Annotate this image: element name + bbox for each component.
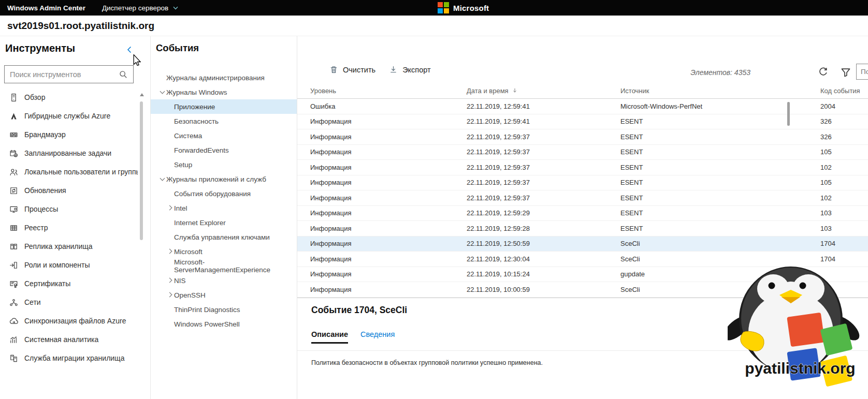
sidebar-scrollbar-thumb[interactable]: [140, 101, 143, 240]
tree-item[interactable]: Журналы приложений и служб: [151, 172, 297, 186]
event-row[interactable]: Информация 22.11.2019, 12:59:37 ESENT 10…: [297, 160, 868, 175]
tree-item-label: Безопасность: [174, 117, 219, 125]
tree-item[interactable]: Служба управления ключами: [151, 230, 297, 244]
certificates-icon: [9, 279, 18, 288]
tree-item[interactable]: Система: [151, 128, 297, 143]
event-source-cell: ESENT: [620, 133, 820, 141]
clear-log-label: Очистить: [343, 66, 375, 74]
search-icon[interactable]: [119, 70, 128, 79]
event-row[interactable]: Информация 22.11.2019, 10:00:59 SceCli: [297, 282, 868, 298]
server-header: svt2019s01.root.pyatilistnik.org: [0, 16, 868, 36]
collapse-sidebar-icon[interactable]: [125, 46, 134, 54]
tree-chevron-icon[interactable]: [167, 248, 174, 255]
event-row[interactable]: Информация 22.11.2019, 12:30:04 SceCli 1…: [297, 252, 868, 267]
sidebar-tool-label: Реестр: [24, 224, 48, 232]
column-header-datetime[interactable]: Дата и время: [467, 87, 620, 95]
tree-chevron-icon[interactable]: [167, 291, 174, 299]
event-datetime-cell: 22.11.2019, 10:00:59: [467, 286, 620, 293]
tree-chevron-icon[interactable]: [167, 204, 174, 212]
tree-chevron-icon: [167, 117, 174, 125]
sidebar-tool-item[interactable]: Служба миграции хранилища: [0, 349, 138, 367]
tree-item[interactable]: Журналы Windows: [151, 85, 297, 99]
event-row[interactable]: Информация 22.11.2019, 12:59:37 ESENT 10…: [297, 145, 868, 160]
tree-item[interactable]: ThinPrint Diagnostics: [151, 302, 297, 317]
tree-item-label: Система: [174, 132, 202, 140]
tree-chevron-icon[interactable]: [159, 175, 166, 183]
tree-item[interactable]: OpenSSH: [151, 288, 297, 302]
tree-item[interactable]: Приложение: [151, 99, 297, 114]
event-source-cell: ESENT: [620, 209, 820, 217]
event-row[interactable]: Ошибка 22.11.2019, 12:59:41 Microsoft-Wi…: [297, 99, 868, 114]
sidebar-tool-item[interactable]: Синхронизация файлов Azure: [0, 312, 138, 330]
sidebar-tool-item[interactable]: [0, 367, 138, 373]
sidebar-tool-item[interactable]: Реестр: [0, 218, 138, 237]
sidebar-tool-item[interactable]: Обзор: [0, 88, 138, 107]
filter-icon[interactable]: [840, 67, 851, 78]
tree-item[interactable]: Internet Explorer: [151, 215, 297, 230]
sidebar-tool-item[interactable]: Системная аналитика: [0, 330, 138, 349]
column-header-level[interactable]: Уровень: [310, 87, 467, 95]
sidebar-tool-item[interactable]: Обновления: [0, 181, 138, 200]
sidebar-tool-item[interactable]: Гибридные службы Azure: [0, 107, 138, 125]
tools-search-input[interactable]: [10, 70, 115, 79]
sidebar-tool-label: Сертификаты: [24, 279, 70, 288]
sidebar-tool-item[interactable]: Локальные пользователи и группы: [0, 162, 138, 181]
tab-description[interactable]: Описание: [311, 330, 348, 344]
events-table-body: Ошибка 22.11.2019, 12:59:41 Microsoft-Wi…: [297, 99, 868, 298]
roles-features-icon: [9, 261, 18, 270]
column-header-source[interactable]: Источник: [620, 87, 820, 95]
event-datetime-cell: 22.11.2019, 12:59:37: [467, 148, 620, 156]
column-header-eventcode[interactable]: Код события: [820, 87, 868, 95]
event-row[interactable]: Информация 22.11.2019, 12:59:28 ESENT 10…: [297, 221, 868, 237]
export-button[interactable]: Экспорт: [389, 65, 430, 74]
sidebar-tool-item[interactable]: Реплика хранилища: [0, 237, 138, 256]
event-row[interactable]: Информация 22.11.2019, 12:59:41 ESENT 32…: [297, 114, 868, 130]
sidebar-tool-item[interactable]: Запланированные задачи: [0, 144, 138, 162]
event-code-cell: 326: [820, 133, 868, 141]
tree-item-label: OpenSSH: [174, 291, 206, 299]
tree-item[interactable]: Intel: [151, 201, 297, 215]
event-description-text: Политика безопасности в объектах группов…: [311, 359, 543, 366]
scheduled-tasks-icon: [9, 149, 18, 158]
storage-migration-icon: [9, 354, 18, 363]
sidebar-tool-item[interactable]: Сертификаты: [0, 274, 138, 293]
sidebar-tool-item[interactable]: Сети: [0, 293, 138, 312]
connection-menu[interactable]: Диспетчер серверов: [102, 4, 178, 12]
sidebar-tool-item[interactable]: Процессы: [0, 200, 138, 218]
microsoft-logo: Microsoft: [438, 0, 489, 16]
sidebar-scrollbar[interactable]: [139, 92, 144, 399]
event-row[interactable]: Информация 22.11.2019, 10:15:24 gupdate: [297, 267, 868, 283]
tree-item[interactable]: Журналы администрирования: [151, 70, 297, 85]
tree-item[interactable]: ForwardedEvents: [151, 143, 297, 157]
refresh-icon[interactable]: [817, 66, 829, 78]
sidebar-tool-label: Сети: [24, 298, 41, 306]
sidebar-tool-item[interactable]: Брандмауэр: [0, 125, 138, 144]
sidebar-tool-item[interactable]: Роли и компоненты: [0, 256, 138, 274]
tree-item[interactable]: Microsoft-ServerManagementExperience: [151, 259, 297, 273]
events-search-input[interactable]: [861, 68, 868, 76]
tree-chevron-icon[interactable]: [167, 277, 174, 284]
tree-item[interactable]: Setup: [151, 157, 297, 172]
table-scrollbar-thumb[interactable]: [787, 102, 790, 126]
event-row[interactable]: Информация 22.11.2019, 12:59:37 ESENT 10…: [297, 175, 868, 191]
tree-item[interactable]: События оборудования: [151, 186, 297, 201]
event-level-cell: Информация: [310, 117, 467, 125]
event-row[interactable]: Информация 22.11.2019, 12:59:29 ESENT 10…: [297, 206, 868, 221]
clear-log-button[interactable]: Очистить: [329, 65, 375, 74]
tree-item[interactable]: NIS: [151, 273, 297, 288]
tab-details[interactable]: Сведения: [360, 330, 395, 342]
scrollbar-up-arrow-icon[interactable]: [140, 93, 144, 96]
tree-item[interactable]: Microsoft: [151, 244, 297, 259]
tree-chevron-icon[interactable]: [159, 88, 166, 96]
tree-chevron-icon: [167, 262, 174, 270]
microsoft-wordmark: Microsoft: [453, 4, 489, 12]
event-row[interactable]: Информация 22.11.2019, 12:59:37 ESENT 32…: [297, 129, 868, 145]
event-source-cell: ESENT: [620, 194, 820, 202]
event-row[interactable]: Информация 22.11.2019, 12:59:37 ESENT 10…: [297, 190, 868, 206]
event-datetime-cell: 22.11.2019, 12:50:59: [467, 240, 620, 247]
event-row[interactable]: Информация 22.11.2019, 12:50:59 SceCli 1…: [297, 237, 868, 252]
event-code-cell: 105: [820, 179, 868, 186]
app-title[interactable]: Windows Admin Center: [7, 4, 85, 12]
tree-item[interactable]: Windows PowerShell: [151, 317, 297, 331]
tree-item[interactable]: Безопасность: [151, 114, 297, 128]
